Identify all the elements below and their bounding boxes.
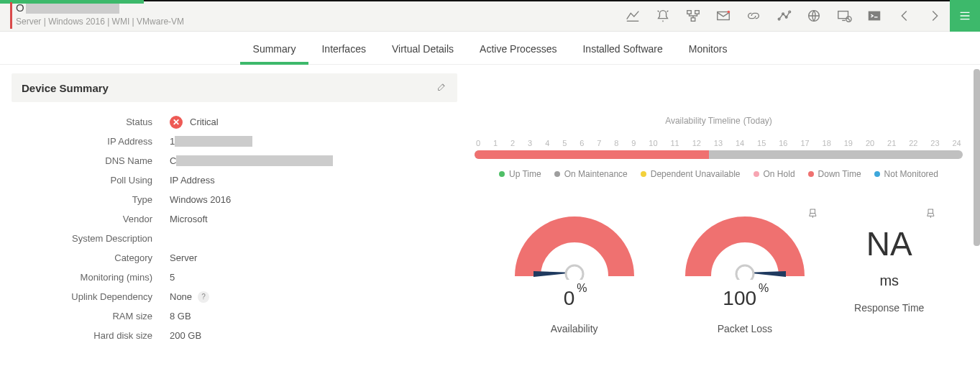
- link-icon[interactable]: [738, 0, 769, 32]
- next-icon[interactable]: [920, 0, 950, 32]
- hour-tick: 14: [736, 139, 744, 147]
- gauge-arc: [684, 215, 806, 280]
- gauge-availability: 0% Availability: [513, 215, 636, 334]
- prev-icon[interactable]: [889, 0, 920, 32]
- legend-dot: [641, 171, 646, 177]
- hour-tick: 0: [476, 139, 480, 147]
- hour-tick: 24: [953, 139, 961, 147]
- tab-active-processes[interactable]: Active Processes: [467, 35, 569, 64]
- masked-text: [26, 4, 119, 14]
- content: Device Summary StatusIP AddressDNS NameP…: [0, 65, 980, 345]
- hour-tick: 13: [714, 139, 723, 147]
- value-category: Server: [170, 248, 457, 268]
- hour-tick: 21: [887, 139, 896, 147]
- tab-summary[interactable]: Summary: [240, 35, 309, 64]
- svg-rect-12: [869, 11, 881, 20]
- legend-label: On Hold: [764, 169, 795, 179]
- mail-icon[interactable]: [708, 0, 738, 32]
- masked-text: [176, 155, 333, 166]
- legend-item: Down Time: [808, 169, 861, 179]
- tab-monitors[interactable]: Monitors: [676, 35, 741, 64]
- help-icon[interactable]: ?: [198, 291, 209, 303]
- tab-installed-software[interactable]: Installed Software: [569, 35, 675, 64]
- value-status: ✕Critical: [170, 112, 457, 132]
- legend-item: Dependent Unavailable: [641, 169, 741, 179]
- label: Hard disk size: [12, 326, 152, 345]
- tab-virtual-details[interactable]: Virtual Details: [379, 35, 467, 64]
- timeline-bar: [475, 150, 963, 159]
- gauge-label: Packet Loss: [718, 323, 772, 334]
- gauge-value: 100%: [723, 287, 766, 310]
- right-pane: Availability Timeline (Today) 0123456789…: [457, 73, 980, 345]
- pane-header: Device Summary: [12, 73, 457, 102]
- legend-label: Up Time: [509, 169, 541, 179]
- label: Type: [12, 190, 152, 209]
- kv-grid: StatusIP AddressDNS NamePoll UsingTypeVe…: [12, 112, 457, 345]
- alarm-icon[interactable]: [648, 0, 678, 32]
- legend-dot: [874, 171, 880, 177]
- value-poll: IP Address: [170, 170, 457, 190]
- label: Monitoring (mins): [12, 268, 152, 287]
- value-uplink: None?: [170, 287, 457, 306]
- svg-rect-15: [810, 209, 815, 213]
- kv-values: ✕Critical 1 C IP Address Windows 2016 Mi…: [152, 112, 457, 345]
- legend-item: Not Monitored: [874, 169, 938, 179]
- kv-labels: StatusIP AddressDNS NamePoll UsingTypeVe…: [12, 112, 152, 345]
- globe-icon[interactable]: [799, 0, 829, 32]
- svg-rect-0: [687, 10, 692, 14]
- monitor-disable-icon[interactable]: [829, 0, 859, 32]
- chart-icon[interactable]: [618, 0, 648, 32]
- legend-dot: [754, 171, 759, 177]
- device-subtitle: Server | Windows 2016 | WMI | VMware-VM: [16, 17, 184, 27]
- svg-point-17: [736, 265, 754, 280]
- hour-tick: 1: [493, 139, 498, 147]
- value-vendor: Microsoft: [170, 209, 457, 229]
- legend-item: On Hold: [754, 169, 795, 179]
- timeline-hours: 0123456789101112131415161718192021222324: [475, 139, 963, 147]
- hour-tick: 2: [510, 139, 515, 147]
- hour-tick: 5: [562, 139, 567, 147]
- graph-icon[interactable]: [769, 0, 799, 32]
- svg-rect-3: [718, 12, 730, 19]
- gauge-label: Response Time: [854, 302, 924, 314]
- svg-rect-2: [691, 17, 695, 21]
- header-bar: O Server | Windows 2016 | WMI | VMware-V…: [0, 0, 980, 32]
- label: Poll Using: [12, 170, 152, 190]
- workflow-icon[interactable]: [678, 0, 708, 32]
- svg-point-4: [728, 10, 731, 13]
- hour-tick: 6: [580, 139, 584, 147]
- hour-tick: 17: [800, 139, 809, 147]
- hour-tick: 11: [670, 139, 679, 147]
- gauge-packetloss: 100% Packet Loss: [684, 215, 806, 334]
- device-title: O: [16, 1, 119, 14]
- label: RAM size: [12, 306, 152, 326]
- legend-item: Up Time: [499, 169, 541, 179]
- hour-tick: 16: [779, 139, 787, 147]
- legend-label: Dependent Unavailable: [651, 169, 741, 179]
- legend-item: On Maintenance: [554, 169, 628, 179]
- hour-tick: 22: [909, 139, 917, 147]
- svg-rect-1: [695, 10, 700, 14]
- legend-label: On Maintenance: [564, 169, 628, 179]
- gauge-unit: ms: [879, 273, 899, 289]
- hour-tick: 7: [597, 139, 601, 147]
- legend-dot: [808, 171, 814, 177]
- gauge-value: NA: [866, 215, 912, 273]
- menu-icon[interactable]: [950, 0, 980, 32]
- edit-icon[interactable]: [436, 81, 447, 94]
- value-monitoring: 5: [170, 268, 457, 287]
- label: Status: [12, 112, 152, 132]
- masked-text: [175, 136, 252, 147]
- label: Uplink Dependency: [12, 287, 152, 306]
- scrollbar[interactable]: [974, 69, 980, 246]
- hour-tick: 19: [844, 139, 853, 147]
- pin-icon[interactable]: [807, 208, 819, 222]
- terminal-icon[interactable]: [859, 0, 889, 32]
- hour-tick: 12: [692, 139, 701, 147]
- tab-interfaces[interactable]: Interfaces: [308, 35, 378, 64]
- legend-dot: [499, 171, 505, 177]
- pin-icon[interactable]: [925, 208, 937, 222]
- value-type: Windows 2016: [170, 190, 457, 209]
- value-disk: 200 GB: [170, 326, 457, 345]
- legend-label: Down Time: [818, 169, 861, 179]
